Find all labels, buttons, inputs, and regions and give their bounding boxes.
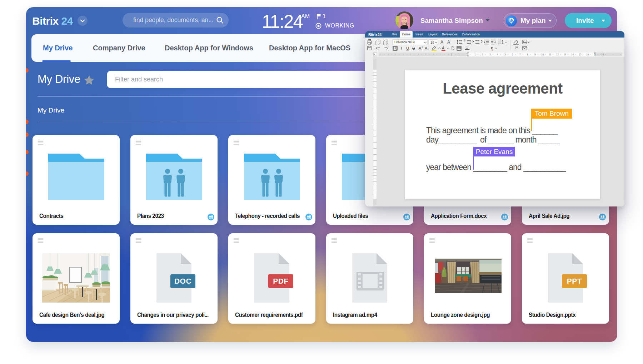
svg-text:1: 1 bbox=[458, 53, 460, 56]
svg-text:2: 2 bbox=[422, 45, 423, 48]
svg-text:A: A bbox=[442, 46, 445, 50]
svg-text:B: B bbox=[394, 46, 397, 50]
svg-text:A: A bbox=[419, 46, 422, 50]
svg-text:9: 9 bbox=[534, 53, 536, 56]
svg-text:4: 4 bbox=[497, 53, 498, 56]
svg-text:15: 15 bbox=[579, 53, 582, 56]
svg-text:A: A bbox=[440, 40, 443, 45]
svg-text:16: 16 bbox=[586, 53, 589, 56]
svg-text:11: 11 bbox=[549, 53, 551, 56]
svg-text:2: 2 bbox=[482, 53, 483, 56]
svg-text:18: 18 bbox=[430, 40, 434, 44]
svg-text:13: 13 bbox=[564, 53, 567, 56]
svg-text:7: 7 bbox=[519, 53, 521, 56]
svg-text:10: 10 bbox=[541, 53, 544, 56]
svg-text:A: A bbox=[425, 46, 428, 50]
svg-text:Helvetica Neue: Helvetica Neue bbox=[394, 40, 415, 44]
svg-text:14: 14 bbox=[571, 53, 574, 56]
svg-text:6: 6 bbox=[512, 53, 513, 56]
svg-text:ˇ: ˇ bbox=[450, 39, 452, 42]
svg-text:18: 18 bbox=[601, 53, 604, 56]
svg-text:I: I bbox=[401, 46, 402, 50]
svg-text:5: 5 bbox=[504, 53, 506, 56]
svg-text:2: 2 bbox=[428, 48, 429, 51]
svg-text:S: S bbox=[412, 46, 415, 50]
svg-text:A: A bbox=[447, 40, 450, 45]
svg-text:1: 1 bbox=[474, 53, 476, 56]
svg-text:3: 3 bbox=[489, 53, 491, 56]
svg-text:12: 12 bbox=[556, 53, 559, 56]
svg-text:U: U bbox=[406, 46, 409, 50]
svg-text:2: 2 bbox=[451, 53, 452, 56]
svg-text:¶: ¶ bbox=[491, 46, 493, 51]
svg-text:8: 8 bbox=[527, 53, 528, 56]
svg-text:ˆ: ˆ bbox=[444, 39, 445, 42]
